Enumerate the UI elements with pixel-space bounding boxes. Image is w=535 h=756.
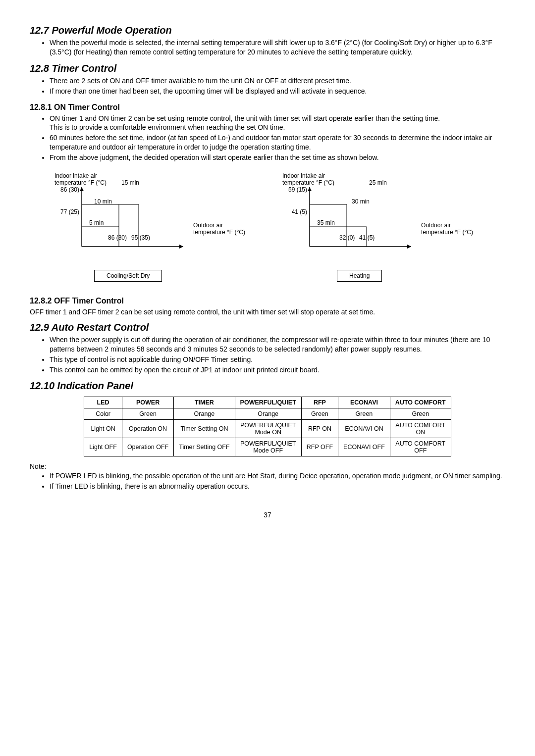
cooling-chart-svg: [54, 187, 193, 261]
subsection-heading-on-timer: 12.8.1 ON Timer Control: [30, 103, 505, 112]
cell: Green: [390, 408, 451, 420]
cooling-x-tick-1: 86 (30): [108, 234, 127, 241]
heating-region-25min: 25 min: [369, 179, 387, 186]
svg-marker-2: [80, 187, 84, 191]
cell: POWERFUL/QUIETMode ON: [235, 420, 301, 438]
on-timer-bullet-1: ON timer 1 and ON timer 2 can be set usi…: [50, 114, 505, 133]
table-header-row: LED POWER TIMER POWERFUL/QUIET RFP ECONA…: [84, 397, 451, 408]
page-number: 37: [30, 511, 505, 519]
note-bullets: If POWER LED is blinking, the possible o…: [30, 471, 505, 491]
off-timer-text: OFF timer 1 and OFF timer 2 can be set u…: [30, 307, 505, 317]
cell: POWERFUL/QUIETMode OFF: [235, 438, 301, 456]
heating-region-35min: 35 min: [317, 219, 335, 226]
cell: ECONAVI OFF: [338, 438, 390, 456]
powerful-bullets: When the powerful mode is selected, the …: [30, 38, 505, 57]
cell: ECONAVI ON: [338, 420, 390, 438]
cell-light-off: Light OFF: [84, 438, 122, 456]
cell: RFP ON: [301, 420, 338, 438]
cell: Operation ON: [122, 420, 173, 438]
cooling-x-axis-label: Outdoor airtemperature °F (°C): [193, 222, 248, 236]
heating-mode-box: Heating: [337, 270, 382, 282]
cell: Green: [338, 408, 390, 420]
timer-bullet-2: If more than one timer had been set, the…: [50, 87, 505, 96]
cooling-y-tick-1: 86 (30): [54, 186, 79, 193]
cell: Orange: [174, 408, 235, 420]
cell: AUTO COMFORTON: [390, 420, 451, 438]
on-timer-bullet-1-sub: This is to provide a comfortable environ…: [50, 123, 505, 132]
th-powerful-quiet: POWERFUL/QUIET: [235, 397, 301, 408]
auto-restart-bullet-2: This type of control is not applicable d…: [50, 355, 505, 364]
heating-y-tick-1: 59 (15): [282, 186, 307, 193]
section-heading-powerful: 12.7 Powerful Mode Operation: [30, 25, 505, 36]
cell: RFP OFF: [301, 438, 338, 456]
cooling-x-tick-2: 95 (35): [131, 234, 150, 241]
on-timer-bullets: ON timer 1 and ON timer 2 can be set usi…: [30, 114, 505, 162]
on-timer-bullet-1-text: ON timer 1 and ON timer 2 can be set usi…: [50, 114, 440, 122]
cell: Timer Setting ON: [174, 420, 235, 438]
cell: Orange: [235, 408, 301, 420]
cell: Timer Setting OFF: [174, 438, 235, 456]
th-led: LED: [84, 397, 122, 408]
cell: Green: [122, 408, 173, 420]
heating-diagram: Indoor intake airtemperature °F (°C) 59 …: [282, 172, 481, 282]
cooling-region-5min: 5 min: [89, 219, 104, 226]
section-heading-indication-panel: 12.10 Indication Panel: [30, 380, 505, 392]
svg-marker-11: [407, 245, 411, 249]
auto-restart-bullets: When the power supply is cut off during …: [30, 335, 505, 375]
cooling-y-tick-2: 77 (25): [54, 208, 79, 215]
heating-y-tick-2: 41 (5): [282, 208, 307, 215]
table-row: Light ON Operation ON Timer Setting ON P…: [84, 420, 451, 438]
heating-region-30min: 30 min: [352, 198, 370, 205]
timer-bullet-1: There are 2 sets of ON and OFF timer ava…: [50, 76, 505, 86]
svg-marker-10: [308, 187, 312, 191]
subsection-heading-off-timer: 12.8.2 OFF Timer Control: [30, 297, 505, 305]
cooling-y-axis-label: Indoor intake airtemperature °F (°C): [54, 172, 253, 186]
cooling-region-15min: 15 min: [121, 179, 139, 186]
table-row: Color Green Orange Orange Green Green Gr…: [84, 408, 451, 420]
section-heading-auto-restart: 12.9 Auto Restart Control: [30, 322, 505, 333]
heating-x-tick-2: 41 (5): [359, 234, 374, 241]
cell: Operation OFF: [122, 438, 173, 456]
note-bullet-2: If Timer LED is blinking, there is an ab…: [50, 482, 505, 491]
auto-restart-bullet-3: This control can be omitted by open the …: [50, 365, 505, 375]
th-econavi: ECONAVI: [338, 397, 390, 408]
cell-color: Color: [84, 408, 122, 420]
section-heading-timer: 12.8 Timer Control: [30, 63, 505, 74]
th-auto-comfort: AUTO COMFORT: [390, 397, 451, 408]
led-indication-table: LED POWER TIMER POWERFUL/QUIET RFP ECONA…: [84, 397, 451, 456]
th-rfp: RFP: [301, 397, 338, 408]
cell-light-on: Light ON: [84, 420, 122, 438]
note-label: Note:: [30, 462, 505, 470]
on-timer-bullet-3: From the above judgment, the decided ope…: [50, 153, 505, 162]
heating-x-axis-label: Outdoor airtemperature °F (°C): [421, 222, 476, 236]
cooling-diagram: Indoor intake airtemperature °F (°C) 86 …: [54, 172, 253, 282]
timer-bullets: There are 2 sets of ON and OFF timer ava…: [30, 76, 505, 96]
on-timer-bullet-2: 60 minutes before the set time, indoor (…: [50, 133, 505, 152]
heating-x-tick-1: 32 (0): [339, 234, 355, 241]
th-timer: TIMER: [174, 397, 235, 408]
cell: AUTO COMFORTOFF: [390, 438, 451, 456]
svg-marker-3: [179, 245, 183, 249]
cooling-region-10min: 10 min: [94, 198, 112, 205]
note-bullet-1: If POWER LED is blinking, the possible o…: [50, 471, 505, 481]
th-power: POWER: [122, 397, 173, 408]
cell: Green: [301, 408, 338, 420]
powerful-bullet-1: When the powerful mode is selected, the …: [50, 38, 505, 57]
table-row: Light OFF Operation OFF Timer Setting OF…: [84, 438, 451, 456]
cooling-mode-box: Cooling/Soft Dry: [94, 270, 162, 282]
auto-restart-bullet-1: When the power supply is cut off during …: [50, 335, 505, 354]
timer-diagrams: Indoor intake airtemperature °F (°C) 86 …: [30, 172, 505, 282]
